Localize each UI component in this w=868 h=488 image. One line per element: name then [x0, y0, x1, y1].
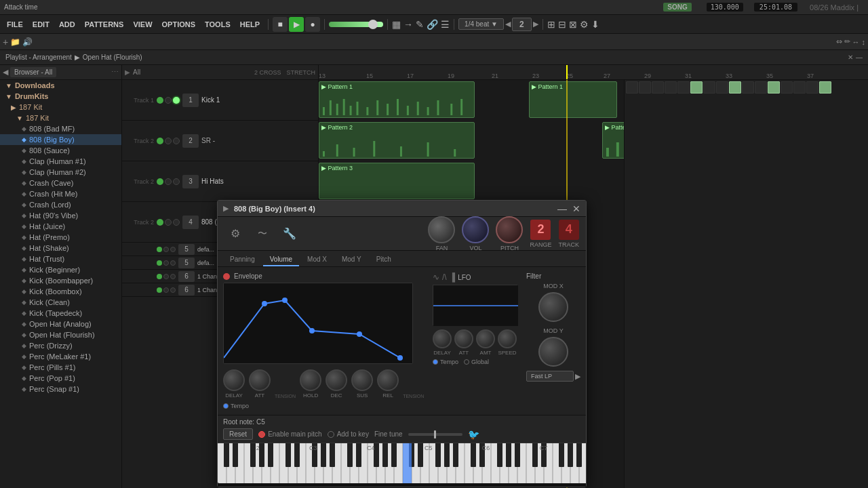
seq-cell[interactable]: [781, 81, 793, 94]
scroll-icon[interactable]: ↕: [862, 38, 866, 46]
seq-cell[interactable]: [716, 81, 728, 94]
breadcrumb-item2[interactable]: Open Hat (Flourish): [83, 54, 142, 61]
sidebar-item-openhat-flourish[interactable]: ◆ Open Hat (Flourish): [0, 329, 121, 340]
beat-prev[interactable]: ◀: [505, 20, 511, 28]
sidebar-item-hatjuice[interactable]: ◆ Hat (Juice): [0, 221, 121, 232]
add-to-key-radio[interactable]: [328, 431, 334, 438]
seq-cell[interactable]: [652, 81, 664, 94]
seq-cell[interactable]: [742, 81, 754, 94]
track-mute-5[interactable]: [157, 247, 162, 252]
sidebar-item-hatshake[interactable]: ◆ Hat (Shake): [0, 243, 121, 253]
close-btn[interactable]: ✕: [848, 54, 853, 61]
track-solo-1[interactable]: [165, 97, 172, 104]
piano-icon[interactable]: ⊠: [569, 19, 577, 30]
plugin-close-button[interactable]: ✕: [572, 203, 580, 214]
move-icon[interactable]: ⇔: [836, 37, 842, 46]
sidebar-back[interactable]: ◀: [3, 68, 8, 77]
sidebar-item-187kit2[interactable]: ▼ 187 Kit: [0, 113, 121, 123]
envelope-canvas[interactable]: [223, 283, 413, 364]
sidebar-item-clap1[interactable]: ◆ Clap (Human #1): [0, 156, 121, 167]
pattern2-block1[interactable]: ▶ Pattern 2: [319, 122, 475, 159]
dec-knob[interactable]: [326, 369, 347, 391]
sidebar-item-kick-clean[interactable]: ◆ Kick (Clean): [0, 297, 121, 308]
mod-x-knob[interactable]: [538, 292, 568, 322]
reset-button[interactable]: Reset: [223, 428, 253, 440]
fine-tune-slider[interactable]: [408, 433, 462, 436]
collapse-icon[interactable]: ▶: [125, 68, 130, 76]
sidebar-item-perc-pop[interactable]: ◆ Perc (Pop #1): [0, 373, 121, 384]
track-solo-7[interactable]: [163, 274, 169, 279]
menu-options[interactable]: OPTIONS: [158, 19, 200, 30]
hand-icon[interactable]: ☰: [441, 19, 450, 30]
sidebar-item-crash-cave[interactable]: ◆ Crash (Cave): [0, 178, 121, 188]
lfo-tempo-option[interactable]: Tempo: [433, 359, 458, 365]
tab-volume[interactable]: Volume: [263, 253, 299, 266]
record-button[interactable]: ●: [305, 17, 320, 32]
plugin-wrench-icon[interactable]: 🔧: [279, 223, 300, 245]
menu-file[interactable]: FILE: [3, 19, 27, 30]
link-icon[interactable]: 🔗: [427, 19, 438, 30]
track-solo-8[interactable]: [163, 287, 169, 293]
track-rec-3[interactable]: [173, 178, 180, 185]
range-badge[interactable]: 2: [530, 220, 551, 240]
mix-icon[interactable]: ⊞: [547, 19, 555, 30]
track-solo-3[interactable]: [165, 178, 172, 185]
playlist-icon[interactable]: ▦: [392, 19, 401, 30]
sidebar-item-drumkits[interactable]: ▼ DrumKits: [0, 91, 121, 102]
pattern2-block2[interactable]: ▶ Pattern 4: [602, 122, 624, 159]
track-badge[interactable]: 4: [559, 220, 579, 240]
sus-knob[interactable]: [351, 369, 373, 391]
track-mute-8[interactable]: [157, 287, 162, 293]
tab-mody[interactable]: Mod Y: [335, 253, 368, 266]
track-solo-6[interactable]: [163, 260, 169, 266]
track-rec-6[interactable]: [170, 260, 176, 266]
tab-pitch[interactable]: Pitch: [370, 253, 398, 266]
settings-icon[interactable]: ⚙: [580, 19, 589, 30]
pencil-icon[interactable]: ✎: [416, 19, 424, 30]
tab-panning[interactable]: Panning: [223, 253, 262, 266]
sidebar-item-crash-lord[interactable]: ◆ Crash (Lord): [0, 199, 121, 210]
menu-help[interactable]: HELP: [236, 19, 264, 30]
fast-lp-next[interactable]: ▶: [575, 372, 580, 381]
resize-icon[interactable]: ↔: [852, 38, 860, 46]
add-btn[interactable]: +: [3, 37, 8, 47]
menu-add[interactable]: ADD: [55, 19, 79, 30]
eq-icon[interactable]: ⊟: [558, 19, 566, 30]
rel-knob[interactable]: [377, 369, 399, 391]
track-rec-4[interactable]: [173, 219, 180, 226]
sidebar-item-clap2[interactable]: ◆ Clap (Human #2): [0, 167, 121, 178]
track-solo-4[interactable]: [165, 219, 172, 226]
enable-pitch-radio[interactable]: [258, 431, 265, 438]
tab-modx[interactable]: Mod X: [300, 253, 334, 266]
track-solo-2[interactable]: [165, 138, 172, 144]
lfo-global-option[interactable]: Global: [464, 359, 489, 365]
beat-next[interactable]: ▶: [533, 20, 538, 28]
sidebar-item-downloads[interactable]: ▼ Downloads: [0, 80, 121, 91]
sidebar-options[interactable]: ⋯: [111, 68, 119, 77]
track-rec-8[interactable]: [170, 287, 176, 293]
play-button[interactable]: ▶: [289, 17, 304, 32]
lfo-delay-knob[interactable]: [433, 329, 452, 348]
pitch-knob[interactable]: [496, 216, 523, 243]
plugin-minimize-button[interactable]: —: [557, 203, 567, 214]
seq-cell-on[interactable]: [690, 81, 703, 94]
track-mute-7[interactable]: [157, 274, 162, 279]
track-solo-5[interactable]: [163, 247, 169, 252]
breadcrumb-item1[interactable]: Playlist - Arrangement: [5, 54, 72, 61]
seq-cell[interactable]: [626, 81, 638, 94]
stop-button[interactable]: ■: [273, 17, 288, 32]
seq-cell[interactable]: [755, 81, 767, 94]
lfo-att-knob[interactable]: [454, 329, 473, 348]
sidebar-item-kick-beginner[interactable]: ◆ Kick (Beginner): [0, 264, 121, 275]
folder-btn[interactable]: 📁: [10, 37, 20, 47]
sidebar-item-perc-drizzy[interactable]: ◆ Perc (Drizzy): [0, 340, 121, 351]
track-mute-4[interactable]: [157, 219, 163, 226]
vol-knob[interactable]: [462, 216, 489, 243]
song-button[interactable]: SONG: [663, 3, 691, 12]
sidebar-item-perc-pills[interactable]: ◆ Perc (Pills #1): [0, 362, 121, 373]
sidebar-item-kick-tapedeck[interactable]: ◆ Kick (Tapedeck): [0, 308, 121, 319]
sidebar-item-187kit[interactable]: ▶ 187 Kit: [0, 102, 121, 113]
seq-cell[interactable]: [665, 81, 677, 94]
lfo-speed-knob[interactable]: [498, 329, 517, 348]
mod-y-knob[interactable]: [538, 337, 568, 367]
